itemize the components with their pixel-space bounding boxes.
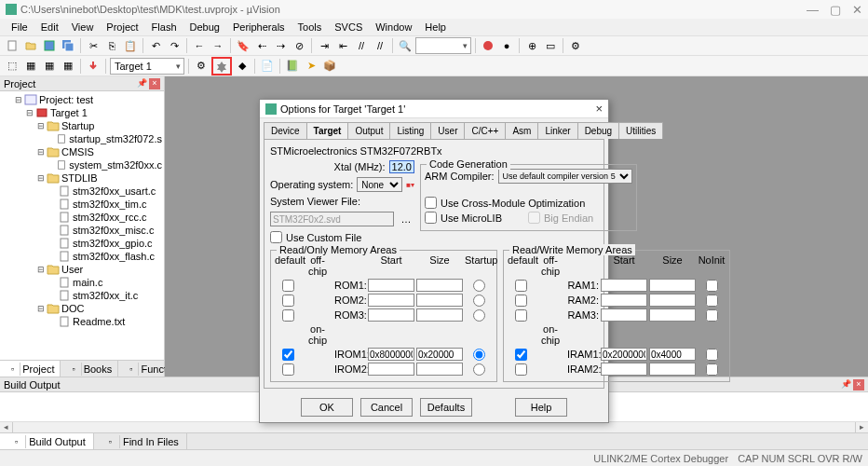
tree-file[interactable]: Readme.txt xyxy=(2,315,162,328)
pane-close-icon[interactable]: × xyxy=(149,78,160,89)
xmod-checkbox[interactable] xyxy=(425,197,437,209)
menu-peripherals[interactable]: Peripherals xyxy=(227,20,291,34)
translate-icon[interactable]: ⬚ xyxy=(4,58,20,75)
nav-back-icon[interactable]: ← xyxy=(191,37,208,54)
mem-start-input[interactable] xyxy=(368,279,414,292)
tree-file[interactable]: startup_stm32f072.s xyxy=(2,132,162,145)
dialog-tab-linker[interactable]: Linker xyxy=(537,122,577,139)
build-icon[interactable]: ▦ xyxy=(22,58,39,75)
dialog-tab-target[interactable]: Target xyxy=(306,122,349,139)
nav-fwd-icon[interactable]: → xyxy=(210,37,226,54)
indent-icon[interactable]: ⇥ xyxy=(316,37,332,54)
pack-icon[interactable]: 📦 xyxy=(321,58,338,75)
mem-start-input[interactable] xyxy=(368,308,414,322)
mem-last-input[interactable] xyxy=(706,309,718,322)
tree-file[interactable]: stm32f0xx_misc.c xyxy=(2,224,162,237)
mem-size-input[interactable] xyxy=(416,294,463,307)
dialog-tab-debug[interactable]: Debug xyxy=(577,122,619,139)
bo-tab-find-in-files[interactable]: ▫Find In Files xyxy=(94,433,187,449)
books-icon[interactable]: 📗 xyxy=(284,58,301,75)
tree-target[interactable]: ⊟Target 1 xyxy=(2,106,162,119)
find-combo[interactable] xyxy=(415,37,471,54)
mem-default-checkbox[interactable] xyxy=(282,349,294,361)
mem-default-checkbox[interactable] xyxy=(515,349,527,361)
cut-icon[interactable]: ✂ xyxy=(85,37,102,54)
bookmark-clear-icon[interactable]: ⊘ xyxy=(291,37,307,54)
save-icon[interactable] xyxy=(41,37,58,54)
copy-icon[interactable]: ⎘ xyxy=(103,37,120,54)
comment-icon[interactable]: // xyxy=(353,37,370,54)
menu-tools[interactable]: Tools xyxy=(292,20,328,34)
open-file-icon[interactable] xyxy=(22,37,39,54)
config-icon[interactable]: ⚙ xyxy=(567,37,584,54)
menu-view[interactable]: View xyxy=(66,20,100,34)
manage-rte-icon[interactable]: ◆ xyxy=(234,58,251,75)
bookmark-next-icon[interactable]: ⇢ xyxy=(272,37,289,54)
breakpoint-icon[interactable]: ● xyxy=(498,37,515,54)
pane-tab-project[interactable]: ▫Project xyxy=(0,361,61,377)
tree-file[interactable]: system_stm32f0xx.c xyxy=(2,158,162,171)
mem-start-input[interactable] xyxy=(368,363,414,376)
debug-start-icon[interactable] xyxy=(480,37,496,54)
use-custom-checkbox[interactable] xyxy=(270,231,282,243)
tree-file[interactable]: stm32f0xx_usart.c xyxy=(2,185,162,198)
tree-file[interactable]: stm32f0xx_flash.c xyxy=(2,250,162,263)
mem-default-checkbox[interactable] xyxy=(515,309,527,322)
window-icon[interactable]: ▭ xyxy=(542,37,559,54)
target-combo[interactable]: Target 1 xyxy=(110,58,184,75)
scroll-right-icon[interactable]: ▸ xyxy=(855,422,868,432)
maximize-button[interactable]: ▢ xyxy=(830,3,841,17)
mem-last-input[interactable] xyxy=(706,349,718,361)
dialog-tab-user[interactable]: User xyxy=(430,122,465,139)
xtal-input[interactable]: 12.0 xyxy=(389,160,414,173)
mem-start-input[interactable] xyxy=(368,348,414,361)
mem-start-input[interactable] xyxy=(601,279,647,292)
dialog-close-icon[interactable]: × xyxy=(595,102,603,116)
help-button[interactable]: Help xyxy=(515,398,567,417)
defaults-button[interactable]: Defaults xyxy=(420,398,472,417)
menu-svcs[interactable]: SVCS xyxy=(329,20,368,34)
menu-file[interactable]: File xyxy=(6,20,34,34)
menu-edit[interactable]: Edit xyxy=(35,20,64,34)
mem-default-checkbox[interactable] xyxy=(282,280,294,292)
mem-last-input[interactable] xyxy=(473,309,485,322)
microlib-checkbox[interactable] xyxy=(425,212,437,224)
bookmark-icon[interactable]: 🔖 xyxy=(235,37,251,54)
dialog-tab-utilities[interactable]: Utilities xyxy=(618,122,663,139)
menu-flash[interactable]: Flash xyxy=(146,20,183,34)
mem-size-input[interactable] xyxy=(649,294,696,307)
bo-tab-build-output[interactable]: ▫Build Output xyxy=(0,433,94,449)
tree-group-cmsis[interactable]: ⊟CMSIS xyxy=(2,145,162,158)
scroll-left-icon[interactable]: ◂ xyxy=(0,422,13,432)
mem-start-input[interactable] xyxy=(601,308,647,322)
dialog-tab-output[interactable]: Output xyxy=(347,122,390,139)
bookmark-prev-icon[interactable]: ⇠ xyxy=(253,37,270,54)
mem-last-input[interactable] xyxy=(706,295,718,307)
mem-size-input[interactable] xyxy=(416,308,463,322)
close-button[interactable]: ✕ xyxy=(852,3,862,17)
menu-project[interactable]: Project xyxy=(101,20,143,34)
mem-last-input[interactable] xyxy=(706,280,718,292)
mem-size-input[interactable] xyxy=(649,363,696,376)
mem-default-checkbox[interactable] xyxy=(282,363,294,376)
tree-file[interactable]: main.c xyxy=(2,276,162,289)
mem-start-input[interactable] xyxy=(601,294,647,307)
dialog-tab-listing[interactable]: Listing xyxy=(389,122,431,139)
menu-window[interactable]: Window xyxy=(370,20,417,34)
pane-tab-books[interactable]: ▫Books xyxy=(61,361,118,377)
scrollbar-track[interactable] xyxy=(13,422,855,432)
tree-file[interactable]: stm32f0xx_tim.c xyxy=(2,198,162,211)
mem-start-input[interactable] xyxy=(601,348,647,361)
ok-button[interactable]: OK xyxy=(301,398,353,417)
paste-icon[interactable]: 📋 xyxy=(122,37,139,54)
dialog-tab-device[interactable]: Device xyxy=(264,122,307,139)
mem-size-input[interactable] xyxy=(416,363,463,376)
new-file-icon[interactable] xyxy=(4,37,20,54)
tree-project-root[interactable]: ⊟Project: test xyxy=(2,93,162,106)
mem-size-input[interactable] xyxy=(649,279,696,292)
tree-group-user[interactable]: ⊟User xyxy=(2,263,162,276)
mem-last-input[interactable] xyxy=(473,280,485,292)
menu-debug[interactable]: Debug xyxy=(184,20,225,34)
mem-size-input[interactable] xyxy=(649,348,696,361)
file-ext-icon[interactable]: 📄 xyxy=(259,58,276,75)
